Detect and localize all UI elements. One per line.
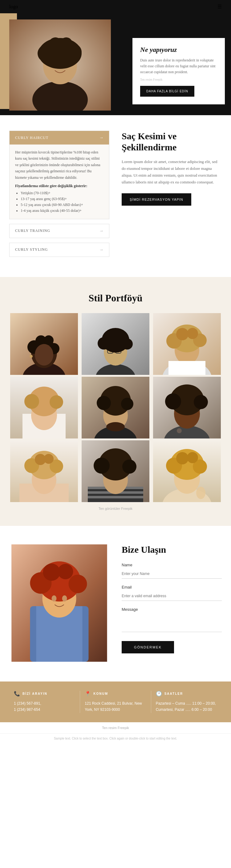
footer-location-line1: 121 Rock Caddesi, 21 Bulvar, New	[85, 700, 146, 707]
portfolio-item-5	[81, 377, 150, 438]
svg-point-53	[106, 422, 125, 431]
svg-point-45	[49, 395, 63, 409]
portfolio-item-4	[9, 377, 79, 438]
svg-point-27	[98, 337, 110, 349]
portfolio-grid	[9, 313, 222, 502]
hero-credit: Ten resim Freepik	[140, 78, 217, 81]
accordion-haircut-pricing-list: Yetişkin (70-110$)+ 13-17 yaş arası genç…	[15, 191, 104, 213]
accordion-training-label: CURLY TRAINING	[15, 228, 50, 233]
footer-location-title: 📍 KONUM	[85, 691, 146, 696]
accordion-training: CURLY TRAINING →	[9, 224, 109, 238]
accordion-styling: CURLY STYLING →	[9, 243, 109, 257]
svg-point-16	[44, 335, 53, 345]
hero-description: Duis aute irure dolor in reprehenderit i…	[140, 57, 217, 75]
accordion-haircut-pricing-title: Fiyatlandırma stiliste göre değişiklik g…	[15, 184, 104, 188]
footer-phone-line1: 1 (234) 567-891,	[14, 700, 75, 707]
reserve-button[interactable]: ŞİMDİ REZERVASYON YAPIN	[122, 193, 191, 206]
hero-photo	[9, 20, 111, 111]
svg-point-60	[194, 395, 208, 409]
svg-rect-76	[88, 496, 143, 498]
navbar: logo ☰	[0, 0, 231, 13]
footer-location: 📍 KONUM 121 Rock Caddesi, 21 Bulvar, New…	[80, 691, 151, 713]
form-email-input[interactable]	[122, 591, 222, 601]
form-submit-button[interactable]: GÖNDERMEK	[122, 641, 174, 653]
form-message-group: Message	[122, 607, 222, 633]
svg-point-80	[122, 460, 137, 474]
portfolio-item-3	[152, 313, 222, 375]
footer-location-line2: York, NY 92103-9000	[85, 707, 146, 713]
footer-phone-title: 📞 BİZİ ARAYIN	[14, 691, 75, 696]
svg-point-8	[60, 37, 72, 50]
footer-hours: 🕐 SAATLER Pazartesi – Cuma ..... 11:00 –…	[151, 691, 222, 713]
footer-phone: 📞 BİZİ ARAYIN 1 (234) 567-891, 1 (234) 9…	[9, 691, 80, 713]
portfolio-item-2	[81, 313, 150, 375]
accordion-haircut-arrow: →	[99, 135, 104, 140]
accordion-training-arrow: →	[99, 228, 104, 234]
accordion-haircut-label: CURLY HAIRCUT	[15, 135, 48, 140]
form-name-input[interactable]	[122, 569, 222, 579]
svg-point-79	[93, 458, 110, 474]
portfolio-item-1	[9, 313, 79, 375]
svg-point-17	[35, 344, 53, 366]
footer-hours-label: SAATLER	[164, 692, 183, 695]
nav-logo: logo	[9, 4, 18, 9]
svg-point-37	[187, 328, 198, 339]
form-message-input[interactable]	[122, 614, 222, 632]
svg-point-101	[52, 595, 57, 601]
pricing-item-1: Yetişkin (70-110$)+	[21, 191, 104, 195]
svg-point-28	[122, 338, 133, 349]
svg-point-59	[165, 393, 181, 409]
svg-point-52	[121, 398, 133, 410]
portfolio-item-9	[152, 440, 222, 502]
svg-point-88	[176, 452, 189, 464]
pricing-item-4: 1-4 yaş arası küçük çocuk (40-55 dolar)+	[21, 209, 104, 213]
contact-form-wrap: Bize Ulaşın Name Email Message GÖNDERMEK	[122, 545, 222, 653]
svg-point-98	[69, 575, 87, 593]
svg-point-102	[62, 595, 67, 601]
svg-point-51	[97, 396, 111, 410]
nav-menu-icon[interactable]: ☰	[218, 4, 222, 9]
svg-point-36	[176, 328, 189, 340]
contact-title: Bize Ulaşın	[122, 545, 222, 555]
location-icon: 📍	[85, 691, 91, 696]
accordion-haircut-header[interactable]: CURLY HAIRCUT →	[9, 131, 109, 145]
services-left: CURLY HAIRCUT → Her müşterinin kıvırcık …	[9, 131, 109, 261]
footer-hours-title: 🕐 SAATLER	[156, 691, 217, 696]
bottom-credit: Ten resim Freepik	[0, 722, 231, 733]
services-text: Lorem ipsum dolor sit amet, consectetur …	[122, 158, 222, 186]
accordion-styling-arrow: →	[99, 247, 104, 252]
portfolio-credit: Ten görüntüler Freepik	[9, 507, 222, 510]
footer-hours-line1: Pazartesi – Cuma ..... 11:00 – 20:00,	[156, 700, 217, 707]
accordion-haircut: CURLY HAIRCUT → Her müşterinin kıvırcık …	[9, 131, 109, 219]
accordion-training-header[interactable]: CURLY TRAINING →	[9, 224, 109, 238]
hero-section: Ne yapıyoruz Duis aute irure dolor in re…	[0, 13, 231, 115]
form-name-group: Name	[122, 563, 222, 579]
portfolio-item-7	[9, 440, 79, 502]
footer-location-label: KONUM	[93, 692, 108, 695]
svg-point-89	[187, 452, 198, 463]
accordion-styling-label: CURLY STYLING	[15, 247, 48, 252]
phone-icon: 📞	[14, 691, 20, 696]
svg-point-44	[24, 394, 39, 409]
portfolio-section: Stil Portföyü	[0, 277, 231, 526]
svg-point-70	[44, 454, 53, 464]
svg-point-99	[43, 563, 61, 581]
form-email-label: Email	[122, 585, 222, 589]
svg-point-100	[58, 564, 73, 579]
footer-info: 📞 BİZİ ARAYIN 1 (234) 567-891, 1 (234) 9…	[0, 681, 231, 722]
hero-title: Ne yapıyoruz	[140, 46, 217, 54]
svg-point-61	[177, 428, 182, 433]
hours-icon: 🕐	[156, 691, 162, 696]
svg-point-90	[196, 487, 205, 499]
accordion-haircut-body: Her müşterinin kıvırcık tipine/tiplerine…	[9, 145, 109, 219]
services-section: CURLY HAIRCUT → Her müşterinin kıvırcık …	[0, 115, 231, 277]
footer-phone-line2: 1 (234) 987-654	[14, 707, 75, 713]
svg-point-18	[30, 355, 33, 358]
hero-cta-button[interactable]: DAHA FAZLA BİLGİ EDİN	[140, 86, 194, 97]
portfolio-title: Stil Portföyü	[9, 292, 222, 304]
contact-section: Bize Ulaşın Name Email Message GÖNDERMEK	[0, 526, 231, 681]
portfolio-item-6	[152, 377, 222, 438]
form-email-group: Email	[122, 585, 222, 601]
services-right: Saç Kesimi ve Şekillendirme Lorem ipsum …	[122, 131, 222, 261]
accordion-styling-header[interactable]: CURLY STYLING →	[9, 243, 109, 257]
